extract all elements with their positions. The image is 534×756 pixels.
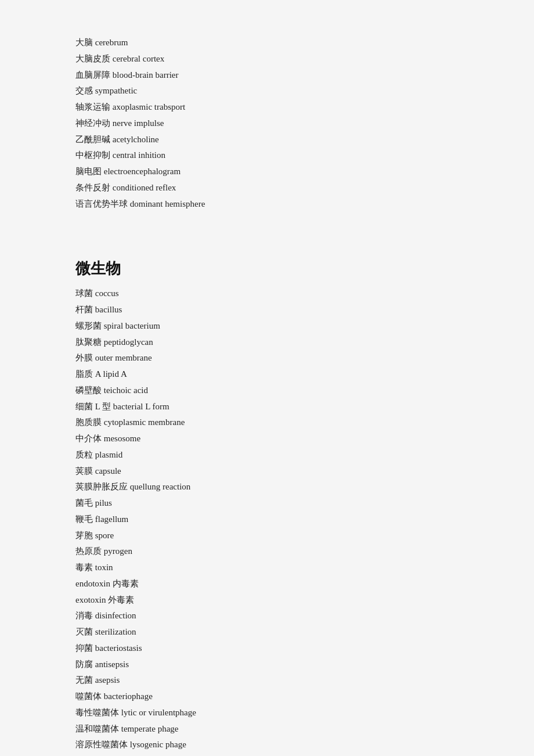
list-item: 乙酰胆碱 acetylcholine [75, 132, 459, 148]
list-item: 轴浆运输 axoplasmic trabsport [75, 99, 459, 116]
list-item: endotoxin 内毒素 [75, 576, 459, 592]
brain-section: 大脑 cerebrum 大脑皮质 cerebral cortex 血脑屏障 bl… [75, 35, 459, 212]
list-item: 磷壁酸 teichoic acid [75, 383, 459, 399]
list-item: exotoxin 外毒素 [75, 592, 459, 609]
list-item: 条件反射 conditioned reflex [75, 180, 459, 196]
list-item: 螺形菌 spiral bacterium [75, 318, 459, 334]
list-item: 溶原性噬菌体 lysogenic phage [75, 737, 459, 753]
list-item: 噬菌体 bacteriophage [75, 689, 459, 705]
microbiology-term-list: 球菌 coccus 杆菌 bacillus 螺形菌 spiral bacteri… [75, 286, 459, 753]
list-item: 中枢抑制 central inhition [75, 147, 459, 164]
list-item: 抑菌 bacteriostasis [75, 640, 459, 657]
list-item: 防腐 antisepsis [75, 657, 459, 673]
list-item: 灭菌 sterilization [75, 624, 459, 640]
list-item: 肽聚糖 peptidoglycan [75, 334, 459, 351]
list-item: 外膜 outer membrane [75, 350, 459, 366]
spacer [75, 235, 459, 258]
list-item: 菌毛 pilus [75, 495, 459, 512]
list-item: 热原质 pyrogen [75, 543, 459, 560]
list-item: 胞质膜 cytoplasmic membrane [75, 415, 459, 431]
brain-term-list: 大脑 cerebrum 大脑皮质 cerebral cortex 血脑屏障 bl… [75, 35, 459, 212]
list-item: 鞭毛 flagellum [75, 512, 459, 528]
list-item: 芽胞 spore [75, 528, 459, 544]
list-item: 温和噬菌体 temperate phage [75, 721, 459, 737]
list-item: 荚膜肿胀反应 quellung reaction [75, 479, 459, 495]
list-item: 荚膜 capsule [75, 463, 459, 480]
list-item: 神经冲动 nerve implulse [75, 116, 459, 132]
list-item: 杆菌 bacillus [75, 302, 459, 318]
list-item: 脂质 A lipid A [75, 366, 459, 383]
list-item: 语言优势半球 dominant hemisphere [75, 196, 459, 213]
list-item: 血脑屏障 blood-brain barrier [75, 67, 459, 84]
list-item: 球菌 coccus [75, 286, 459, 302]
list-item: 消毒 disinfection [75, 608, 459, 624]
list-item: 毒素 toxin [75, 560, 459, 576]
microbiology-section: 微生物 球菌 coccus 杆菌 bacillus 螺形菌 spiral bac… [75, 258, 459, 753]
list-item: 大脑 cerebrum [75, 35, 459, 51]
list-item: 细菌 L 型 bacterial L form [75, 399, 459, 415]
list-item: 毒性噬菌体 lytic or virulentphage [75, 705, 459, 721]
section-title-microbiology: 微生物 [75, 258, 459, 279]
list-item: 无菌 asepsis [75, 672, 459, 689]
list-item: 质粒 plasmid [75, 447, 459, 463]
list-item: 中介体 mesosome [75, 431, 459, 447]
list-item: 交感 sympathetic [75, 83, 459, 99]
list-item: 大脑皮质 cerebral cortex [75, 51, 459, 67]
list-item: 脑电图 electroencephalogram [75, 164, 459, 180]
